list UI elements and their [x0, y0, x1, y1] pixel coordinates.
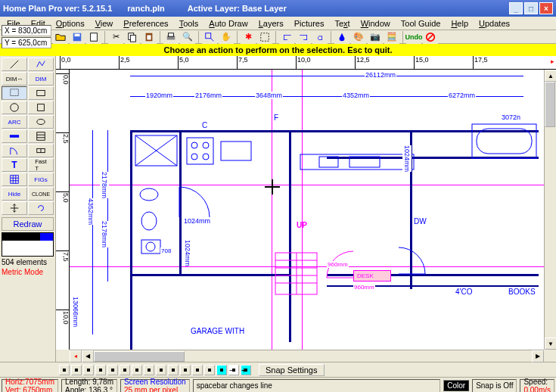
snap-minus[interactable]: − [228, 365, 239, 375]
camera-icon[interactable]: 📷 [368, 30, 383, 44]
tool-window[interactable] [28, 144, 54, 157]
scrollbar-vertical[interactable]: ▲ ▼ [544, 70, 556, 350]
minimize-button[interactable]: _ [509, 2, 523, 14]
color-swatch[interactable] [15, 248, 28, 256]
tool-hide[interactable]: Hide [2, 187, 27, 201]
ruler-arrow-icon[interactable]: ▸ [551, 58, 554, 65]
color-swatch[interactable] [28, 241, 41, 248]
menu-preferences[interactable]: Preferences [120, 18, 172, 29]
undo-button[interactable]: Undo [406, 30, 421, 44]
menu-help[interactable]: Help [447, 18, 472, 29]
scrollbar-horizontal[interactable]: ◂ ◀ ▶ [70, 350, 544, 362]
maximize-button[interactable]: □ [524, 2, 538, 14]
color-button[interactable]: Color [443, 380, 469, 391]
hand-icon[interactable]: ✋ [219, 30, 234, 44]
calc-icon[interactable]: 🧮 [384, 30, 399, 44]
tool-rect[interactable] [28, 86, 54, 100]
color-swatch[interactable] [40, 241, 53, 248]
tool-ellipse[interactable] [28, 115, 54, 129]
color-palette[interactable] [2, 232, 54, 257]
wand-icon[interactable]: ✱ [241, 30, 256, 44]
close-button[interactable]: × [539, 2, 553, 14]
snap-point[interactable] [168, 365, 179, 375]
tool-hatch[interactable] [28, 129, 54, 143]
tool-text[interactable]: T [2, 158, 27, 172]
new-icon[interactable] [86, 30, 101, 44]
menu-layers[interactable]: Layers [255, 18, 287, 29]
open-icon[interactable] [53, 30, 68, 44]
zoom-icon[interactable] [202, 30, 217, 44]
snap-point[interactable] [204, 365, 215, 375]
tool-square[interactable] [28, 101, 54, 114]
tool-grid[interactable] [2, 173, 27, 186]
snap-point[interactable] [216, 365, 227, 375]
color-swatch[interactable] [40, 233, 53, 241]
save-icon[interactable] [70, 30, 85, 44]
tool-dim[interactable]: DIM↔ [2, 72, 27, 86]
menu-pictures[interactable]: Pictures [290, 18, 328, 29]
tool-polyline[interactable] [28, 58, 54, 71]
snap-point[interactable] [144, 365, 154, 375]
preview-icon[interactable]: 🔍 [180, 30, 195, 44]
snap-point[interactable] [192, 365, 203, 375]
tool-dim2[interactable]: DIM [28, 72, 54, 86]
color-swatch[interactable] [2, 241, 15, 248]
tool-arc[interactable]: ARC [2, 115, 27, 129]
align-center-icon[interactable]: ⫎ [296, 30, 311, 44]
snap-point[interactable] [120, 365, 130, 375]
tool-figs[interactable]: FIGs [28, 173, 54, 186]
copy-icon[interactable] [125, 30, 140, 44]
menu-autodraw[interactable]: Auto Draw [205, 18, 251, 29]
snap-point[interactable] [71, 365, 82, 375]
menu-text[interactable]: Text [331, 18, 353, 29]
snap-point[interactable] [156, 365, 166, 375]
menu-window[interactable]: Window [357, 18, 394, 29]
drop-icon[interactable] [334, 30, 349, 44]
palette-icon[interactable]: 🎨 [351, 30, 366, 44]
paste-icon[interactable] [141, 30, 157, 44]
snap-point[interactable] [59, 365, 70, 375]
tool-fast[interactable]: FastT [28, 158, 54, 172]
color-swatch[interactable] [2, 248, 15, 256]
snap-plus[interactable]: + [241, 365, 251, 375]
snap-point[interactable] [83, 365, 94, 375]
color-swatch[interactable] [28, 248, 41, 256]
tool-panel: DIM↔ DIM ARC T FastT FIGs Hide CLONE Red… [0, 56, 56, 362]
tool-door[interactable] [2, 144, 27, 157]
tool-rotate[interactable] [28, 201, 54, 215]
menu-options[interactable]: Options [52, 18, 89, 29]
cut-icon[interactable]: ✂ [108, 30, 123, 44]
menu-updates[interactable]: Updates [475, 18, 514, 29]
snap-point[interactable] [95, 365, 106, 375]
menu-toolguide[interactable]: Tool Guide [397, 18, 445, 29]
tool-line[interactable] [2, 58, 27, 71]
align-right-icon[interactable]: ⫏ [312, 30, 328, 44]
redraw-button[interactable]: Redraw [2, 217, 54, 231]
menu-tools[interactable]: Tools [175, 18, 203, 29]
svg-point-42 [191, 154, 197, 160]
svg-rect-21 [37, 132, 45, 141]
tool-move[interactable] [2, 201, 27, 215]
snap-settings-button[interactable]: Snap Settings [259, 364, 325, 376]
select-icon[interactable] [257, 30, 272, 44]
color-swatch[interactable] [40, 248, 53, 256]
align-left-icon[interactable]: ⫍ [279, 30, 294, 44]
menu-view[interactable]: View [92, 18, 117, 29]
snap-point[interactable] [132, 365, 142, 375]
y-coord: Y = 625,0cm [2, 37, 51, 48]
door-arc [395, 244, 429, 278]
drawing-canvas[interactable]: 26112mm 1920mm 2176mm 3648mm 4352mm 6272… [70, 70, 544, 350]
tool-clone[interactable]: CLONE [28, 187, 54, 201]
cancel-icon[interactable] [423, 30, 438, 44]
svg-rect-6 [147, 35, 151, 39]
tool-wall[interactable] [2, 129, 27, 143]
tool-select[interactable] [2, 86, 27, 100]
color-swatch[interactable] [15, 241, 28, 248]
color-swatch[interactable] [15, 233, 28, 241]
color-swatch[interactable] [28, 233, 41, 241]
tool-circle[interactable] [2, 101, 27, 114]
color-swatch[interactable] [2, 233, 15, 241]
snap-point[interactable] [180, 365, 191, 375]
print-icon[interactable] [163, 30, 179, 44]
snap-point[interactable] [107, 365, 118, 375]
